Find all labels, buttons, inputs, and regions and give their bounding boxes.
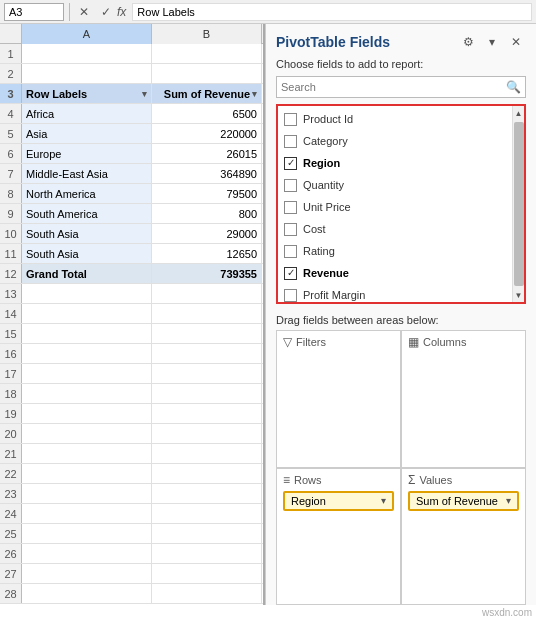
field-item-product_id[interactable]: Product Id (278, 108, 524, 130)
row-number[interactable]: 26 (0, 544, 22, 563)
cell-b-28[interactable] (152, 584, 262, 603)
cell-b-2[interactable] (152, 64, 262, 83)
row-number[interactable]: 24 (0, 504, 22, 523)
scrollbar-down[interactable]: ▼ (513, 288, 525, 302)
row-number[interactable]: 7 (0, 164, 22, 183)
field-item-revenue[interactable]: Revenue (278, 262, 524, 284)
cell-a-14[interactable] (22, 304, 152, 323)
pivot-search-box[interactable]: 🔍 (276, 76, 526, 98)
values-revenue-item[interactable]: Sum of Revenue ▾ (408, 491, 519, 511)
cell-a-19[interactable] (22, 404, 152, 423)
cell-b-1[interactable] (152, 44, 262, 63)
row-number[interactable]: 17 (0, 364, 22, 383)
row-number[interactable]: 14 (0, 304, 22, 323)
row-number[interactable]: 4 (0, 104, 22, 123)
cell-a-7[interactable]: Middle-East Asia (22, 164, 152, 183)
cell-a-24[interactable] (22, 504, 152, 523)
cell-reference-box[interactable]: A3 (4, 3, 64, 21)
cell-a-22[interactable] (22, 464, 152, 483)
cell-b-12[interactable]: 739355 (152, 264, 262, 283)
cell-b-22[interactable] (152, 464, 262, 483)
cell-b-27[interactable] (152, 564, 262, 583)
row-number[interactable]: 16 (0, 344, 22, 363)
row-number[interactable]: 6 (0, 144, 22, 163)
field-checkbox-rating[interactable] (284, 245, 297, 258)
row-number[interactable]: 10 (0, 224, 22, 243)
field-checkbox-cost[interactable] (284, 223, 297, 236)
cell-b-23[interactable] (152, 484, 262, 503)
row-number[interactable]: 22 (0, 464, 22, 483)
row-number[interactable]: 2 (0, 64, 22, 83)
row-number[interactable]: 3 (0, 84, 22, 103)
cell-b-4[interactable]: 6500 (152, 104, 262, 123)
cell-a-11[interactable]: South Asia (22, 244, 152, 263)
cell-a-17[interactable] (22, 364, 152, 383)
field-item-rating[interactable]: Rating (278, 240, 524, 262)
cell-a-9[interactable]: South America (22, 204, 152, 223)
cell-a-8[interactable]: North America (22, 184, 152, 203)
cell-b-9[interactable]: 800 (152, 204, 262, 223)
cell-a-23[interactable] (22, 484, 152, 503)
cell-b-26[interactable] (152, 544, 262, 563)
cell-a-16[interactable] (22, 344, 152, 363)
cell-b-6[interactable]: 26015 (152, 144, 262, 163)
pivot-search-input[interactable] (281, 81, 506, 93)
cell-a-5[interactable]: Asia (22, 124, 152, 143)
row-number[interactable]: 11 (0, 244, 22, 263)
cell-b-18[interactable] (152, 384, 262, 403)
cell-a-6[interactable]: Europe (22, 144, 152, 163)
cell-a-26[interactable] (22, 544, 152, 563)
row-number[interactable]: 28 (0, 584, 22, 603)
field-item-unit_price[interactable]: Unit Price (278, 196, 524, 218)
field-item-region[interactable]: Region (278, 152, 524, 174)
cell-b-24[interactable] (152, 504, 262, 523)
cell-a-28[interactable] (22, 584, 152, 603)
row-number[interactable]: 25 (0, 524, 22, 543)
row-number[interactable]: 12 (0, 264, 22, 283)
pivot-dropdown-icon[interactable]: ▾ (482, 32, 502, 52)
pivot-settings-icon[interactable]: ⚙ (458, 32, 478, 52)
cell-b-10[interactable]: 29000 (152, 224, 262, 243)
cell-b-16[interactable] (152, 344, 262, 363)
row-number[interactable]: 23 (0, 484, 22, 503)
scrollbar-up[interactable]: ▲ (513, 106, 525, 120)
cell-b-8[interactable]: 79500 (152, 184, 262, 203)
confirm-icon[interactable]: ✓ (97, 3, 115, 21)
cell-b-7[interactable]: 364890 (152, 164, 262, 183)
values-area[interactable]: Σ Values Sum of Revenue ▾ (401, 468, 526, 606)
cell-a-13[interactable] (22, 284, 152, 303)
row-number[interactable]: 8 (0, 184, 22, 203)
field-item-cost[interactable]: Cost (278, 218, 524, 240)
filters-area[interactable]: ▽ Filters (276, 330, 401, 468)
col-header-a[interactable]: A (22, 24, 152, 44)
columns-area[interactable]: ▦ Columns (401, 330, 526, 468)
cell-a-18[interactable] (22, 384, 152, 403)
row-number[interactable]: 20 (0, 424, 22, 443)
cell-b-14[interactable] (152, 304, 262, 323)
row-number[interactable]: 15 (0, 324, 22, 343)
cell-b-21[interactable] (152, 444, 262, 463)
row-number[interactable]: 27 (0, 564, 22, 583)
cell-a-21[interactable] (22, 444, 152, 463)
scrollbar-thumb[interactable] (514, 122, 524, 286)
rows-region-item[interactable]: Region ▾ (283, 491, 394, 511)
cell-a-20[interactable] (22, 424, 152, 443)
cell-a-15[interactable] (22, 324, 152, 343)
field-checkbox-revenue[interactable] (284, 267, 297, 280)
row-number[interactable]: 21 (0, 444, 22, 463)
cell-b-11[interactable]: 12650 (152, 244, 262, 263)
field-checkbox-unit_price[interactable] (284, 201, 297, 214)
field-item-category[interactable]: Category (278, 130, 524, 152)
cell-b-25[interactable] (152, 524, 262, 543)
row-number[interactable]: 9 (0, 204, 22, 223)
row-number[interactable]: 19 (0, 404, 22, 423)
field-checkbox-region[interactable] (284, 157, 297, 170)
field-checkbox-category[interactable] (284, 135, 297, 148)
cell-a-10[interactable]: South Asia (22, 224, 152, 243)
field-item-profit_margin[interactable]: Profit Margin (278, 284, 524, 304)
cell-a-1[interactable] (22, 44, 152, 63)
cell-b-3[interactable]: Sum of Revenue▾ (152, 84, 262, 103)
cell-a-4[interactable]: Africa (22, 104, 152, 123)
row-number[interactable]: 18 (0, 384, 22, 403)
field-checkbox-profit_margin[interactable] (284, 289, 297, 302)
